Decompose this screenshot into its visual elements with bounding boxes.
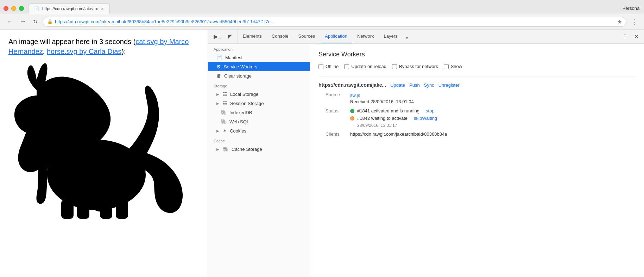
update-on-reload-checkbox-label[interactable]: Update on reload <box>344 64 386 69</box>
update-on-reload-checkbox[interactable] <box>344 64 349 69</box>
devtools-close-button[interactable]: ✕ <box>632 31 641 42</box>
separator: , <box>43 48 47 55</box>
web-sql-label: Web SQL <box>229 119 249 124</box>
sw-url: https://cdn.rawgit.com/jake... <box>318 82 386 88</box>
svg-rect-7 <box>116 199 128 219</box>
sidebar-section-storage: Storage <box>208 80 310 90</box>
session-storage-expand-icon: ▶ <box>216 101 219 105</box>
indexeddb-label: IndexedDB <box>229 110 252 115</box>
personal-label: Personal <box>623 6 640 14</box>
bypass-for-network-checkbox[interactable] <box>392 64 397 69</box>
clear-storage-icon: 🗑 <box>216 73 221 79</box>
sw-active-text: #1841 activated and is running <box>357 108 419 113</box>
more-tabs-button[interactable]: » <box>403 32 412 43</box>
show-checkbox-label[interactable]: Show <box>444 64 462 69</box>
sidebar-item-local-storage[interactable]: ▶ ☷ Local Storage <box>208 90 310 99</box>
sw-waiting-status: #1842 waiting to activate skipWaiting <box>350 116 437 121</box>
address-text: https://cdn.rawgit.com/jakearchibald/803… <box>55 19 615 24</box>
sidebar-item-session-storage[interactable]: ▶ ☷ Session Storage <box>208 99 310 108</box>
session-storage-icon: ☷ <box>223 100 227 106</box>
maximize-traffic-light[interactable] <box>19 6 24 11</box>
sidebar-item-indexeddb[interactable]: 🐘 IndexedDB <box>208 108 310 117</box>
sw-skip-waiting-link[interactable]: skipWaiting <box>414 116 437 121</box>
svg-rect-5 <box>77 199 89 219</box>
traffic-lights <box>4 6 24 14</box>
sidebar-item-clear-storage[interactable]: 🗑 Clear storage <box>208 71 310 80</box>
sw-status-label: Status <box>326 108 350 113</box>
web-sql-icon: 🐘 <box>221 119 227 124</box>
sw-source-value: sw.js Received 28/09/2016, 13:01:04 <box>350 92 414 105</box>
cache-storage-icon: 🐘 <box>223 146 229 152</box>
sidebar-item-web-sql[interactable]: 🐘 Web SQL <box>208 117 310 126</box>
svg-rect-6 <box>100 199 112 219</box>
tab-console[interactable]: Console <box>267 30 293 43</box>
local-storage-expand-icon: ▶ <box>216 92 219 96</box>
offline-checkbox-label[interactable]: Offline <box>318 64 339 69</box>
devtools-more-button[interactable]: ⋮ <box>620 31 630 42</box>
horse-svg-link[interactable]: horse.svg by Carla Dias <box>47 48 121 55</box>
sidebar-item-cookies[interactable]: ▶ ✶ Cookies <box>208 126 310 135</box>
sw-sync-link[interactable]: Sync <box>424 82 434 88</box>
cookies-expand-icon: ▶ <box>216 129 219 133</box>
sw-update-link[interactable]: Update <box>390 82 405 88</box>
sw-url-row: https://cdn.rawgit.com/jake... Update Pu… <box>318 82 636 88</box>
show-checkbox[interactable] <box>444 64 449 69</box>
page-intro-text: An image will appear here in 3 seconds (… <box>8 37 199 56</box>
bookmark-icon[interactable]: ★ <box>617 19 622 25</box>
tab-application[interactable]: Application <box>320 30 352 43</box>
devtools-body: Application 📄 Manifest ⚙ Service Workers… <box>208 44 644 277</box>
sw-source-file-link[interactable]: sw.js <box>350 93 360 98</box>
sw-push-link[interactable]: Push <box>409 82 420 88</box>
inspect-element-button[interactable]: ▶□ <box>211 32 224 41</box>
bypass-for-network-checkbox-label[interactable]: Bypass for network <box>392 64 438 69</box>
sw-clients-label: Clients <box>326 131 350 137</box>
local-storage-icon: ☷ <box>223 91 227 97</box>
tab-close-button[interactable]: × <box>101 6 104 12</box>
manifest-icon: 📄 <box>216 55 222 60</box>
minimize-traffic-light[interactable] <box>11 6 16 11</box>
svg-point-1 <box>31 110 84 155</box>
sidebar-item-cache-storage[interactable]: ▶ 🐘 Cache Storage <box>208 144 310 154</box>
back-button[interactable]: ← <box>4 17 15 27</box>
forward-button[interactable]: → <box>18 17 28 27</box>
sw-status-items: #1841 activated and is running stop #184… <box>350 108 437 128</box>
bypass-for-network-label: Bypass for network <box>399 64 438 69</box>
more-options-button[interactable]: ⋮ <box>629 17 640 27</box>
sidebar-item-service-workers[interactable]: ⚙ Service Workers <box>208 62 310 71</box>
cache-storage-expand-icon: ▶ <box>216 147 219 151</box>
local-storage-label: Local Storage <box>230 92 258 97</box>
sw-received-text: Received 28/09/2016, 13:01:04 <box>350 99 414 104</box>
devtools-tabs: Elements Console Sources Application Net… <box>238 30 620 43</box>
address-bar[interactable]: 🔒 https://cdn.rawgit.com/jakearchibald/8… <box>43 17 626 27</box>
sw-clients-row: Clients https://cdn.rawgit.com/jakearchi… <box>318 131 636 137</box>
devtools-icon-group: ▶□ ◤ <box>208 30 238 43</box>
close-traffic-light[interactable] <box>4 6 8 11</box>
reload-button[interactable]: ↻ <box>31 17 40 26</box>
clear-storage-label: Clear storage <box>224 73 252 79</box>
tab-network[interactable]: Network <box>352 30 379 43</box>
sidebar-section-cache: Cache <box>208 135 310 144</box>
tab-elements[interactable]: Elements <box>238 30 267 43</box>
service-workers-options: Offline Update on reload Bypass for netw… <box>318 64 636 69</box>
tab-title: https://cdn.rawgit.com/jakearc <box>42 6 98 11</box>
sw-stop-link[interactable]: stop <box>426 108 435 113</box>
tab-sources[interactable]: Sources <box>293 30 320 43</box>
lock-icon: 🔒 <box>47 19 53 24</box>
service-workers-title: Service Workers <box>318 51 636 58</box>
sw-unregister-link[interactable]: Unregister <box>438 82 460 88</box>
svg-rect-8 <box>65 150 86 168</box>
browser-tab[interactable]: 📄 https://cdn.rawgit.com/jakearc × <box>28 4 110 14</box>
sidebar-item-manifest[interactable]: 📄 Manifest <box>208 53 310 62</box>
session-storage-label: Session Storage <box>230 101 264 106</box>
sw-waiting-text: #1842 waiting to activate <box>357 116 408 121</box>
device-toolbar-button[interactable]: ◤ <box>225 32 235 41</box>
cookies-icon: ✶ <box>223 128 227 134</box>
tab-layers[interactable]: Layers <box>379 30 403 43</box>
offline-checkbox[interactable] <box>318 64 323 69</box>
sw-active-status: #1841 activated and is running stop <box>350 108 437 113</box>
indexeddb-icon: 🐘 <box>221 110 227 115</box>
cache-storage-label: Cache Storage <box>232 147 262 152</box>
sw-source-row: Source sw.js Received 28/09/2016, 13:01:… <box>318 92 636 105</box>
browser-window: 📄 https://cdn.rawgit.com/jakearc × Perso… <box>0 0 644 277</box>
sw-waiting-time: 28/09/2016, 13:01:17 <box>357 123 437 128</box>
